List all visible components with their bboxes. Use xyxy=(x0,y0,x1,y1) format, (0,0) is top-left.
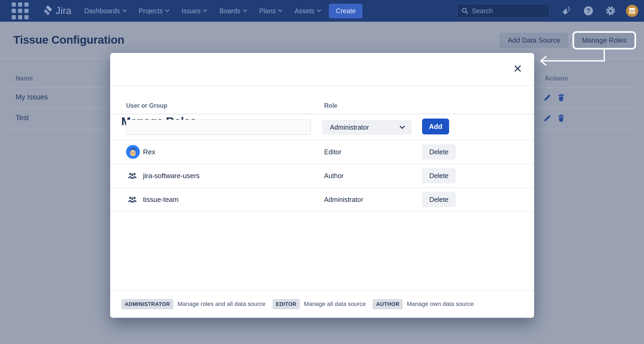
add-data-source-button[interactable]: Add Data Source xyxy=(499,33,569,48)
role-row: jira-software-users Author Delete xyxy=(110,164,534,188)
bg-row-actions xyxy=(543,94,565,102)
chevron-down-icon xyxy=(243,10,247,12)
nav-menu: Dashboards Projects Issues Boards Plans … xyxy=(84,7,321,15)
nav-item-plans[interactable]: Plans xyxy=(259,7,283,15)
top-nav: Jira Dashboards Projects Issues Boards P… xyxy=(0,0,644,22)
delete-button[interactable]: Delete xyxy=(422,144,456,160)
add-button[interactable]: Add xyxy=(422,119,449,134)
avatar-grid-glyph xyxy=(629,8,635,14)
delete-trash-icon[interactable] xyxy=(557,114,565,122)
bg-row-actions xyxy=(543,114,565,122)
bg-table-row-name: Test xyxy=(16,114,29,122)
legend-badge: EDITOR xyxy=(272,299,300,309)
row-role: Author xyxy=(324,172,344,180)
manage-roles-modal: Manage Roles User or Group Role Administ… xyxy=(110,53,534,318)
nav-search xyxy=(457,4,550,18)
group-icon xyxy=(128,195,137,204)
chevron-down-icon xyxy=(165,10,169,12)
nav-icon-group: ? xyxy=(559,4,638,18)
edit-pencil-icon[interactable] xyxy=(543,94,551,102)
delete-button[interactable]: Delete xyxy=(422,168,456,183)
tutorial-arrow xyxy=(535,47,612,68)
page-title: Tissue Configuration xyxy=(13,33,124,46)
search-icon xyxy=(461,7,469,15)
row-role: Editor xyxy=(324,148,341,156)
row-user-name: tissue-team xyxy=(143,196,178,204)
nav-item-dashboards[interactable]: Dashboards xyxy=(84,7,127,15)
row-role: Administrator xyxy=(324,196,363,203)
svg-text:?: ? xyxy=(587,7,590,14)
chevron-down-icon xyxy=(123,10,127,12)
nav-item-projects[interactable]: Projects xyxy=(139,7,169,15)
bg-table-header-actions: Actions xyxy=(545,75,568,82)
delete-trash-icon[interactable] xyxy=(557,94,565,102)
role-row: tissue-team Administrator Delete xyxy=(110,188,534,212)
jira-logo-text: Jira xyxy=(56,5,71,16)
manage-roles-button[interactable]: Manage Roles xyxy=(574,33,634,48)
screen: Jira Dashboards Projects Issues Boards P… xyxy=(0,0,644,344)
chevron-down-icon xyxy=(278,10,282,12)
user-group-input[interactable] xyxy=(126,120,311,135)
group-icon xyxy=(128,171,137,180)
role-select[interactable]: Administrator xyxy=(322,120,412,135)
chevron-down-icon xyxy=(399,125,405,129)
legend-author: AUTHOR Manage own data source xyxy=(373,299,474,309)
row-user-name: jira-software-users xyxy=(143,172,200,180)
close-icon[interactable] xyxy=(512,62,524,75)
edit-pencil-icon[interactable] xyxy=(543,114,551,122)
legend-badge: ADMINISTRATOR xyxy=(121,299,173,309)
column-header-user-or-group: User or Group xyxy=(126,102,167,109)
row-user-name: Rex xyxy=(143,148,155,156)
chevron-down-icon xyxy=(203,10,207,12)
jira-logo-icon xyxy=(42,4,54,17)
legend-editor: EDITOR Manage all data source xyxy=(272,299,366,309)
role-row: Rex Editor Delete xyxy=(110,140,534,164)
bg-table-header-name: Name xyxy=(16,75,33,82)
user-avatar[interactable] xyxy=(626,5,638,17)
legend-administrator: ADMINISTRATOR Manage roles and all data … xyxy=(121,299,266,309)
jira-logo[interactable]: Jira xyxy=(42,4,71,17)
bg-table-row-name: My Issues xyxy=(16,93,48,101)
chevron-down-icon xyxy=(317,10,321,12)
user-avatar-rex xyxy=(126,145,140,159)
legend-badge: AUTHOR xyxy=(373,299,403,309)
app-switcher-icon[interactable] xyxy=(9,3,31,18)
create-button[interactable]: Create xyxy=(329,4,363,18)
column-header-role: Role xyxy=(324,102,337,109)
delete-button[interactable]: Delete xyxy=(422,192,456,207)
nav-item-issues[interactable]: Issues xyxy=(181,7,207,15)
announcements-icon[interactable] xyxy=(559,4,573,18)
nav-item-boards[interactable]: Boards xyxy=(219,7,247,15)
nav-item-assets[interactable]: Assets xyxy=(294,7,321,15)
settings-gear-icon[interactable] xyxy=(604,4,618,18)
search-input[interactable] xyxy=(457,4,550,18)
roles-legend: ADMINISTRATOR Manage roles and all data … xyxy=(121,291,474,317)
role-select-value: Administrator xyxy=(330,124,369,131)
help-icon[interactable]: ? xyxy=(582,4,595,18)
